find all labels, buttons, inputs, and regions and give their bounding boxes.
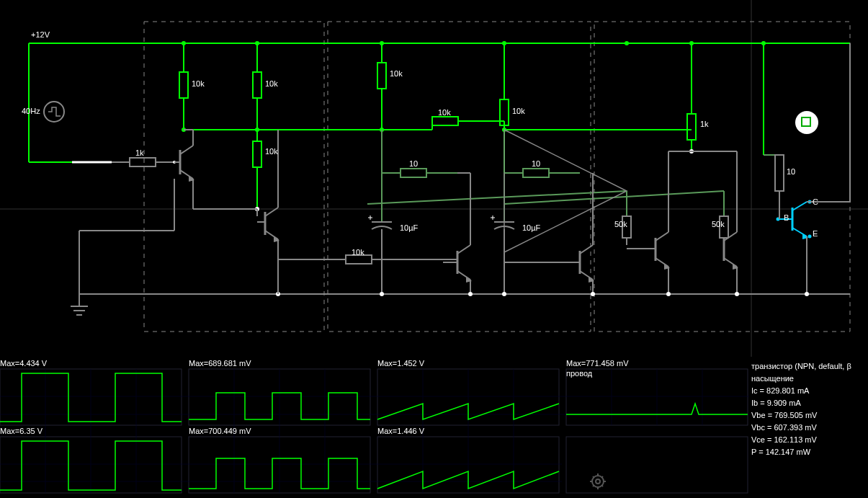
circuit-schematic[interactable]: .wire-hi { stroke:#00ff00; stroke-width:… bbox=[0, 0, 868, 498]
scope-max-label: Max=700.449 mV bbox=[189, 427, 251, 435]
resistor-label: 1k bbox=[700, 120, 709, 128]
supply-label: +12V bbox=[31, 30, 50, 39]
resistor-label: 10k bbox=[512, 107, 525, 115]
bjt-terminal-c: C bbox=[813, 197, 818, 206]
svg-rect-32 bbox=[523, 169, 549, 177]
svg-rect-4 bbox=[594, 22, 850, 332]
component-info-panel: транзистор (NPN, default, β насыщение Ic… bbox=[751, 360, 867, 458]
capacitor-label: 10µF bbox=[522, 223, 540, 232]
svg-point-67 bbox=[805, 292, 809, 296]
info-ib: Ib = 9.909 mA bbox=[751, 397, 867, 409]
svg-rect-22 bbox=[253, 141, 261, 167]
svg-point-9 bbox=[625, 41, 629, 45]
svg-point-12 bbox=[44, 102, 64, 122]
resistor-label: 50k bbox=[712, 220, 725, 228]
capacitor-label: 10µF bbox=[400, 223, 418, 232]
scope-max-label: Max=4.434 V bbox=[0, 359, 47, 368]
svg-rect-26 bbox=[377, 63, 386, 89]
resistor-label: 10k bbox=[390, 69, 403, 78]
resistor-label: 10k bbox=[265, 147, 278, 156]
svg-line-104 bbox=[601, 485, 603, 486]
scope-max-label: Max=689.681 mV bbox=[189, 359, 251, 368]
svg-rect-18 bbox=[253, 72, 261, 98]
scope-sublabel: провод bbox=[566, 369, 592, 378]
svg-point-58 bbox=[795, 111, 818, 134]
svg-line-103 bbox=[593, 485, 594, 486]
resistor-label: 50k bbox=[614, 220, 627, 228]
svg-rect-52 bbox=[775, 155, 784, 191]
scope-max-label: Max=1.452 V bbox=[377, 359, 424, 368]
svg-rect-71 bbox=[0, 357, 868, 498]
svg-rect-14 bbox=[130, 158, 156, 166]
info-state: насыщение bbox=[751, 373, 867, 385]
svg-rect-50 bbox=[687, 114, 696, 140]
svg-point-65 bbox=[666, 292, 671, 296]
svg-line-102 bbox=[601, 476, 603, 478]
svg-rect-31 bbox=[401, 169, 426, 177]
svg-point-66 bbox=[735, 292, 739, 296]
bjt-terminal-b: B bbox=[784, 213, 789, 222]
info-type: транзистор (NPN, default, β bbox=[751, 360, 867, 373]
svg-point-64 bbox=[591, 292, 595, 296]
svg-rect-16 bbox=[179, 72, 188, 98]
svg-line-105 bbox=[593, 476, 594, 478]
svg-rect-3 bbox=[328, 22, 591, 332]
scope-max-label: Max=6.35 V bbox=[0, 427, 42, 435]
resistor-label: 10 bbox=[787, 167, 795, 176]
svg-rect-2 bbox=[144, 22, 324, 332]
resistor-label: 10 bbox=[409, 159, 418, 168]
svg-point-62 bbox=[468, 292, 473, 296]
resistor-label: 10k bbox=[265, 79, 278, 88]
svg-rect-28 bbox=[432, 117, 458, 125]
info-vbc: Vbc = 607.393 mV bbox=[751, 422, 867, 434]
resistor-label: 10k bbox=[438, 108, 451, 117]
svg-point-56 bbox=[808, 235, 812, 239]
bjt-terminal-e: E bbox=[813, 229, 818, 238]
info-p: P = 142.147 mW bbox=[751, 446, 867, 458]
svg-point-63 bbox=[502, 292, 506, 296]
selected-transistor[interactable] bbox=[777, 200, 812, 240]
svg-point-61 bbox=[380, 292, 384, 296]
resistor-label: 10k bbox=[352, 248, 364, 257]
info-vbe: Vbe = 769.505 mV bbox=[751, 409, 867, 422]
scope-max-label: Max=1.446 V bbox=[377, 427, 424, 435]
source-freq: 40Hz bbox=[22, 107, 40, 115]
info-vce: Vce = 162.113 mV bbox=[751, 434, 867, 446]
scope-max-label: Max=771.458 mV bbox=[566, 359, 629, 368]
resistor-label: 10k bbox=[192, 79, 205, 88]
info-ic: Ic = 829.801 mA bbox=[751, 385, 867, 397]
resistor-label: 1k bbox=[135, 148, 144, 157]
resistor-label: 10 bbox=[532, 159, 540, 168]
